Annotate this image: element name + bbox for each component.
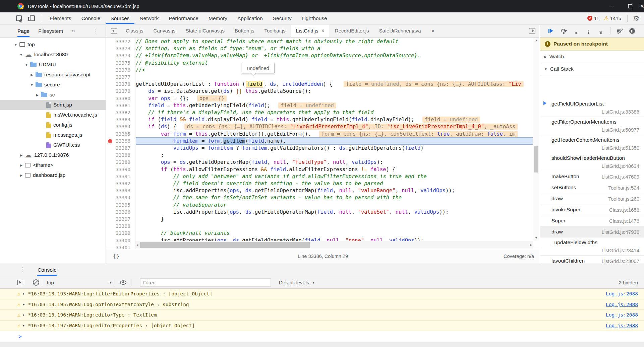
context-selector[interactable]: top ▼ — [47, 280, 112, 285]
line-number[interactable]: 33396 — [106, 209, 130, 216]
watch-section-header[interactable]: ▶ Watch — [540, 51, 644, 63]
callstack-frame-invokesuper[interactable]: invokeSuperClass.js:1658 — [540, 204, 644, 215]
line-number[interactable]: 33399 — [106, 230, 130, 237]
line-number[interactable]: 33400 — [106, 237, 130, 244]
minimize-button[interactable] — [601, 0, 621, 12]
line-number[interactable]: 33398 — [106, 223, 130, 230]
tab-sources[interactable]: Sources — [106, 13, 135, 24]
hide-navigator-icon[interactable] — [111, 28, 117, 33]
device-toolbar-icon[interactable] — [30, 15, 35, 21]
tab-lighthouse[interactable]: Lighthouse — [297, 13, 332, 24]
source-tab-recordeditor-js[interactable]: RecordEditor.js — [330, 24, 374, 37]
frame-location-link[interactable]: ListGrid.js:47938 — [601, 229, 639, 235]
callstack-frame-setbuttons[interactable]: setButtonsToolbar.js:524 — [540, 182, 644, 193]
console-sidebar-icon[interactable] — [17, 280, 24, 285]
tree-item-dashboard-jsp[interactable]: ▶dashboard.jsp — [0, 170, 106, 180]
line-number[interactable]: 33394 — [106, 194, 130, 201]
line-number[interactable]: 33397 — [106, 216, 130, 223]
source-tab-toolbar-js[interactable]: Toolbar.js — [259, 24, 290, 37]
resume-button[interactable] — [548, 28, 554, 34]
navigator-menu-icon[interactable]: ⋮ — [93, 27, 99, 34]
chevron-collapsed-icon[interactable]: ▶ — [18, 174, 24, 177]
step-out-button[interactable]: ↑ — [585, 28, 591, 34]
chevron-collapsed-icon[interactable]: ▶ — [18, 153, 24, 157]
more-tabs-icon[interactable]: » — [72, 27, 75, 34]
callstack-frame-getheadercontextmenuitems[interactable]: getHeaderContextMenuItemsListGrid.js:513… — [540, 135, 644, 153]
line-number[interactable]: 33388 — [106, 152, 130, 159]
horizontal-scroll-thumb[interactable] — [140, 242, 310, 248]
source-tab-safeuirunner-java[interactable]: SafeUiRunner.java — [374, 24, 426, 37]
tree-item-resources-javascript[interactable]: ▶resources/javascript — [0, 70, 106, 80]
callstack-section-header[interactable]: ▼ Call Stack — [540, 63, 644, 75]
frame-location-link[interactable]: Class.js:1658 — [609, 207, 639, 213]
frame-location-link[interactable]: ListGrid.js:47609 — [601, 174, 639, 180]
source-tab-canvas-js[interactable]: Canvas.js — [149, 24, 181, 37]
tree-item-sc[interactable]: ▶sc — [0, 90, 106, 100]
console-warning-row[interactable]: ⚠▶*16:03:13.196:WARN:Log:editorType : Te… — [0, 310, 644, 321]
chevron-expanded-icon[interactable]: ▼ — [29, 83, 35, 87]
close-button[interactable]: ✕ — [640, 0, 644, 12]
line-number[interactable]: 33373 — [106, 45, 130, 52]
line-number[interactable]: 33395 — [106, 202, 130, 209]
gear-icon[interactable]: ⚙ — [633, 14, 639, 22]
step-button[interactable]: → — [598, 28, 604, 34]
line-number[interactable]: 33378 — [106, 81, 130, 88]
step-over-button[interactable] — [561, 28, 567, 34]
line-number[interactable]: 33401 — [106, 244, 130, 249]
line-number[interactable]: 33376 — [106, 67, 130, 74]
tree-item-config-js[interactable]: config.js — [0, 120, 106, 130]
code-editor[interactable]: undefined ▲ ▼ ◀ ▶ 33372// Does not apply… — [106, 38, 539, 249]
tab-performance[interactable]: Performance — [164, 13, 203, 24]
line-number[interactable]: 33393 — [106, 187, 130, 194]
chevron-expanded-icon[interactable]: ▼ — [23, 63, 30, 67]
tab-elements[interactable]: Elements — [45, 13, 76, 24]
callstack-frame-getfilteroperatormenuitems[interactable]: getFilterOperatorMenuItemsListGrid.js:50… — [540, 117, 644, 135]
line-number[interactable]: 33380 — [106, 95, 130, 102]
line-number[interactable]: 33375 — [106, 60, 130, 67]
source-tab-button-js[interactable]: Button.js — [230, 24, 259, 37]
frame-location-link[interactable]: Class.js:1476 — [609, 218, 639, 224]
vertical-scroll-thumb[interactable] — [534, 146, 538, 172]
callstack-frame-draw[interactable]: drawToolbar.js:260 — [540, 193, 644, 204]
frame-location-link[interactable]: ListGrid.js:23007 — [601, 258, 639, 263]
deactivate-breakpoints-button[interactable] — [617, 28, 623, 34]
breakpoint-icon[interactable] — [108, 139, 112, 143]
scroll-left-icon[interactable]: ◀ — [136, 242, 138, 248]
step-into-button[interactable]: ↓ — [573, 28, 579, 34]
source-tab-listgrid-js[interactable]: ListGrid.js× — [291, 24, 330, 37]
tab-network[interactable]: Network — [134, 13, 164, 24]
frame-location-link[interactable]: ListGrid.js:51350 — [601, 145, 639, 151]
frame-location-link[interactable]: ListGrid.js:50977 — [601, 127, 639, 133]
source-location-link[interactable]: Log.js:2088 — [606, 302, 638, 307]
tab-security[interactable]: Security — [268, 13, 297, 24]
error-badge[interactable]: ✕ 11 — [587, 15, 599, 21]
frame-location-link[interactable]: Toolbar.js:260 — [608, 196, 639, 202]
console-menu-icon[interactable]: ⋮ — [19, 266, 25, 273]
source-location-link[interactable]: Log.js:2088 — [606, 291, 638, 296]
tree-item-iframe[interactable]: ▶<iframe> — [0, 160, 106, 170]
filter-input[interactable] — [140, 278, 271, 287]
scroll-down-icon[interactable]: ▼ — [535, 235, 537, 240]
editor-vertical-scrollbar[interactable]: ▲ ▼ — [533, 38, 539, 240]
tree-item-sdm-jsp[interactable]: Sdm.jsp — [0, 100, 106, 110]
chevron-expanded-icon[interactable]: ▼ — [18, 53, 24, 57]
tab-console[interactable]: Console — [76, 13, 106, 24]
source-location-link[interactable]: Log.js:2088 — [606, 323, 638, 328]
line-number[interactable]: 33385 — [106, 131, 130, 138]
console-warning-row[interactable]: ⚠▶*16:03:13.197:WARN:Log:editorPropertie… — [0, 321, 644, 331]
editor-horizontal-scrollbar[interactable]: ◀ ▶ — [135, 241, 533, 249]
callstack-frame-shouldshowheadermenubutton[interactable]: shouldShowHeaderMenuButtonListGrid.js:48… — [540, 153, 644, 171]
expand-icon[interactable]: ▶ — [23, 303, 24, 306]
console-warning-row[interactable]: ⚠▶*16:03:13.195:WARN:Log:optionTextMatch… — [0, 299, 644, 310]
frame-location-link[interactable]: Toolbar.js:524 — [608, 185, 639, 191]
line-number[interactable]: 33372 — [106, 38, 130, 45]
callstack-frame-draw[interactable]: drawListGrid.js:47938 — [540, 226, 644, 237]
tree-item-secure[interactable]: ▼secure — [0, 80, 106, 90]
expand-icon[interactable]: ▶ — [23, 292, 24, 295]
tree-item-gwtui-css[interactable]: GWTUI.css — [0, 140, 106, 150]
line-number[interactable]: 33389 — [106, 159, 130, 166]
log-levels-selector[interactable]: Default levels ▼ — [279, 280, 315, 285]
line-number[interactable]: 33392 — [106, 180, 130, 187]
expand-icon[interactable]: ▶ — [23, 324, 24, 327]
line-number[interactable]: 33381 — [106, 102, 130, 109]
